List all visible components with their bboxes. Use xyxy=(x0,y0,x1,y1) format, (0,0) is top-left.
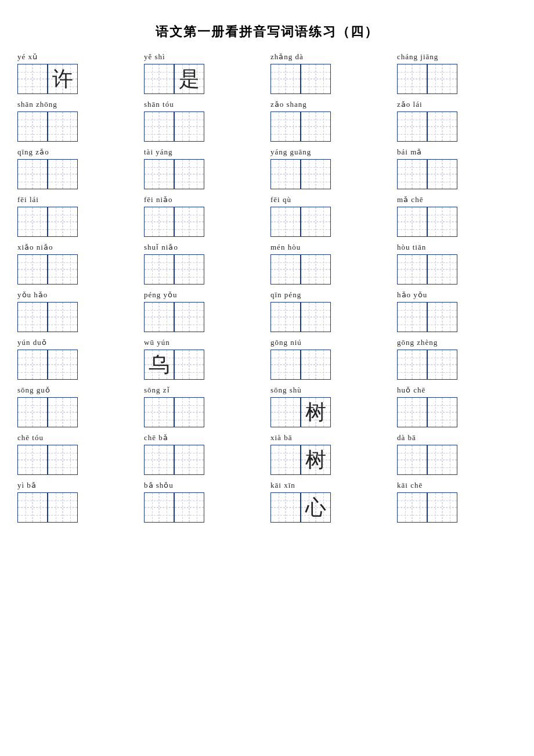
char-box xyxy=(174,492,204,523)
char-box xyxy=(397,302,427,332)
word-group: fēi lái xyxy=(17,194,137,237)
word-group: kāi xīn心 xyxy=(270,480,390,523)
pinyin-label: gōng niú xyxy=(270,337,302,348)
char-box xyxy=(48,492,78,523)
char-boxes xyxy=(17,397,78,427)
pinyin-label: dà bā xyxy=(397,432,416,444)
char-box xyxy=(174,350,204,380)
word-group: mén hòu xyxy=(270,242,390,285)
char-box xyxy=(48,302,78,332)
pinyin-label: sōng guǒ xyxy=(17,384,50,396)
word-group: gōng zhèng xyxy=(397,337,517,380)
word-group: chē tóu xyxy=(17,432,137,475)
word-group: sōng shù树 xyxy=(270,384,390,427)
char-boxes xyxy=(144,492,204,523)
word-group: fēi qù xyxy=(270,194,390,237)
char-box xyxy=(174,159,204,189)
word-group: xià bā树 xyxy=(270,432,390,475)
char-box xyxy=(301,111,331,142)
char-boxes: 心 xyxy=(270,492,331,523)
char-boxes xyxy=(397,254,457,285)
word-group: zǎo lái xyxy=(397,99,517,142)
char-box xyxy=(17,492,48,523)
char-boxes: 许 xyxy=(17,64,78,94)
word-group: hǎo yǒu xyxy=(397,289,517,332)
char-boxes xyxy=(17,492,78,523)
char-box: 许 xyxy=(48,64,78,94)
char-boxes xyxy=(17,111,78,142)
pinyin-label: qīn péng xyxy=(270,289,301,301)
word-group: péng yǒu xyxy=(144,289,264,332)
char-box xyxy=(301,159,331,189)
char-boxes xyxy=(397,492,457,523)
char-content: 树 xyxy=(305,449,326,470)
pinyin-label: fēi niǎo xyxy=(144,194,173,206)
char-boxes xyxy=(144,254,204,285)
char-box xyxy=(48,111,78,142)
char-boxes xyxy=(397,64,457,94)
pinyin-label: zǎo shang xyxy=(270,99,307,110)
char-box: 乌 xyxy=(144,350,174,380)
word-group: dà bā xyxy=(397,432,517,475)
char-box xyxy=(397,111,427,142)
char-box xyxy=(397,492,427,523)
pinyin-label: yì bǎ xyxy=(17,480,37,491)
pinyin-label: cháng jiāng xyxy=(397,51,438,63)
char-box: 心 xyxy=(301,492,331,523)
char-box xyxy=(144,302,174,332)
word-group: shān tóu xyxy=(144,99,264,142)
char-boxes xyxy=(397,207,457,237)
word-group: fēi niǎo xyxy=(144,194,264,237)
char-box xyxy=(17,64,48,94)
char-box xyxy=(174,207,204,237)
pinyin-label: shuǐ niǎo xyxy=(144,242,178,253)
word-group: bái mǎ xyxy=(397,146,517,189)
word-group: yǒu hǎo xyxy=(17,289,137,332)
char-box xyxy=(48,207,78,237)
pinyin-label: qīng zǎo xyxy=(17,146,49,158)
pinyin-label: yě shì xyxy=(144,51,165,63)
char-box xyxy=(17,207,48,237)
pinyin-label: shān zhōng xyxy=(17,99,57,110)
pinyin-label: yé xǔ xyxy=(17,51,38,63)
char-boxes xyxy=(17,159,78,189)
pinyin-label: bǎ shǒu xyxy=(144,480,174,491)
char-boxes xyxy=(144,397,204,427)
pinyin-label: hòu tiān xyxy=(397,242,426,253)
char-box xyxy=(397,64,427,94)
page-title: 语文第一册看拼音写词语练习（四） xyxy=(17,23,517,41)
word-group: wū yún乌 xyxy=(144,337,264,380)
word-group: sōng zǐ xyxy=(144,384,264,427)
char-box: 树 xyxy=(301,397,331,427)
char-box xyxy=(270,350,301,380)
word-group: yì bǎ xyxy=(17,480,137,523)
char-content: 心 xyxy=(305,497,326,518)
word-group: cháng jiāng xyxy=(397,51,517,94)
char-boxes xyxy=(397,350,457,380)
char-boxes xyxy=(270,207,331,237)
char-box xyxy=(301,64,331,94)
char-boxes xyxy=(17,350,78,380)
char-boxes xyxy=(17,302,78,332)
pinyin-label: fēi qù xyxy=(270,194,291,206)
char-box xyxy=(270,445,301,475)
char-box xyxy=(427,159,457,189)
pinyin-label: tài yáng xyxy=(144,146,173,158)
char-box: 树 xyxy=(301,445,331,475)
char-box xyxy=(144,492,174,523)
char-box xyxy=(17,302,48,332)
pinyin-label: shān tóu xyxy=(144,99,174,110)
pinyin-label: hǎo yǒu xyxy=(397,289,427,301)
word-group: yé xǔ许 xyxy=(17,51,137,94)
char-box xyxy=(397,445,427,475)
char-boxes xyxy=(397,111,457,142)
word-group: qīn péng xyxy=(270,289,390,332)
pinyin-label: fēi lái xyxy=(17,194,39,206)
char-box xyxy=(17,445,48,475)
char-content: 树 xyxy=(305,402,326,423)
char-box xyxy=(427,111,457,142)
word-group: shuǐ niǎo xyxy=(144,242,264,285)
char-box xyxy=(270,492,301,523)
word-group: sōng guǒ xyxy=(17,384,137,427)
char-boxes xyxy=(144,445,204,475)
